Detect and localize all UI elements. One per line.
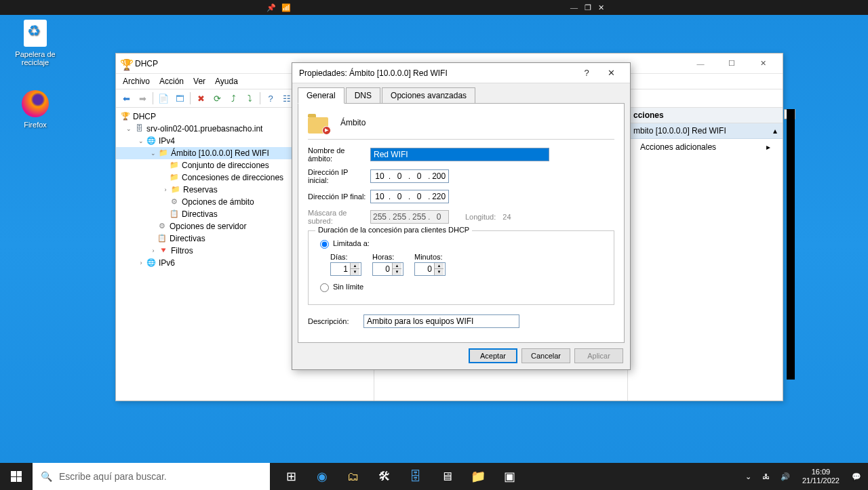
radio-unlimited[interactable]: Sin límite: [317, 281, 606, 292]
taskbar: 🔍 Escribe aquí para buscar. ⊞ ◉ 🗂 🛠 🗄 🖥 …: [0, 463, 868, 490]
dhcp-minimize-button[interactable]: —: [685, 54, 716, 73]
task-view-button[interactable]: ⊞: [275, 463, 307, 490]
vm-titlebar: 📌 📶 — ❐ ✕: [0, 0, 868, 15]
apply-button[interactable]: Aplicar: [574, 348, 623, 363]
description-label: Descripción:: [308, 317, 363, 325]
radio-unlimited-input[interactable]: [320, 283, 329, 292]
scope-heading: Ámbito: [340, 118, 366, 127]
toolbar-back-button[interactable]: ⬅: [119, 91, 134, 106]
search-placeholder: Escribe aquí para buscar.: [59, 471, 167, 482]
start-button[interactable]: [0, 463, 33, 490]
lease-legend: Duración de la concesión para clientes D…: [315, 226, 472, 234]
taskbar-app3-icon[interactable]: 📁: [462, 463, 494, 490]
length-value: 24: [502, 213, 511, 221]
ip-start-input[interactable]: . . .: [370, 169, 449, 183]
subnet-mask-input: . . .: [370, 210, 449, 224]
taskbar-server-manager-icon[interactable]: 🛠: [369, 463, 400, 490]
properties-close-button[interactable]: ✕: [599, 68, 623, 78]
dhcp-close-button[interactable]: ✕: [747, 54, 778, 73]
menu-ver[interactable]: Ver: [193, 77, 205, 86]
taskbar-explorer-icon[interactable]: 🗂: [338, 463, 369, 490]
toolbar-up-button[interactable]: 📄: [156, 91, 171, 106]
actions-scope-header[interactable]: mbito [10.0.0.0] Red WIFI▴: [628, 123, 783, 139]
properties-dialog: Propiedades: Ámbito [10.0.0.0] Red WIFI …: [292, 62, 631, 370]
tab-strip: General DNS Opciones avanzadas: [292, 83, 630, 103]
hours-spinner[interactable]: ▲▼: [372, 262, 403, 276]
days-label: Días:: [330, 253, 361, 261]
vm-restore-button[interactable]: ❐: [585, 3, 591, 12]
dhcp-maximize-button[interactable]: ☐: [716, 54, 747, 73]
chevron-right-icon: ▸: [766, 142, 770, 152]
length-label: Longitud:: [465, 213, 496, 221]
actions-additional[interactable]: Acciones adicionales▸: [628, 139, 783, 155]
mask-label: Máscara de subred:: [308, 209, 370, 225]
tray-clock[interactable]: 16:09 21/11/2022: [798, 468, 844, 485]
firefox-icon[interactable]: Firefox: [9, 89, 61, 129]
days-up-icon[interactable]: ▲: [350, 263, 359, 269]
minutes-spinner[interactable]: ▲▼: [414, 262, 446, 276]
collapse-icon[interactable]: ▴: [773, 126, 777, 136]
hours-label: Horas:: [372, 253, 403, 261]
taskbar-terminal-icon[interactable]: ▣: [494, 463, 525, 490]
help-button[interactable]: ?: [574, 68, 599, 78]
minutes-down-icon[interactable]: ▼: [434, 269, 443, 275]
minutes-up-icon[interactable]: ▲: [434, 263, 443, 269]
days-down-icon[interactable]: ▼: [350, 269, 359, 275]
vm-close-button[interactable]: ✕: [598, 3, 604, 12]
tray-overflow-icon[interactable]: ⌄: [743, 472, 754, 481]
dhcp-app-icon: 🏆: [120, 58, 131, 69]
name-label: Nombre de ámbito:: [308, 146, 370, 163]
signal-icon: 📶: [281, 3, 291, 12]
tray-notifications-icon[interactable]: 💬: [849, 472, 864, 481]
toolbar-export-button[interactable]: ⤴: [226, 91, 241, 106]
toolbar-delete-button[interactable]: ✖: [193, 91, 208, 106]
radio-limited[interactable]: Limitada a:: [317, 238, 606, 249]
firefox-label: Firefox: [9, 121, 61, 129]
ip-start-label: Dirección IP inicial:: [308, 168, 370, 184]
toolbar-forward-button[interactable]: ➡: [135, 91, 150, 106]
actions-header: cciones: [628, 108, 783, 123]
radio-limited-input[interactable]: [320, 240, 329, 249]
properties-titlebar[interactable]: Propiedades: Ámbito [10.0.0.0] Red WIFI …: [292, 63, 630, 83]
ip-end-label: Dirección IP final:: [308, 192, 370, 201]
lease-duration-fieldset: Duración de la concesión para clientes D…: [308, 230, 614, 305]
tab-dns[interactable]: DNS: [346, 87, 380, 104]
toolbar-import-button[interactable]: ⤵: [242, 91, 257, 106]
taskbar-edge-icon[interactable]: ◉: [307, 463, 338, 490]
tab-advanced[interactable]: Opciones avanzadas: [382, 87, 475, 104]
vm-minimize-button[interactable]: —: [570, 3, 578, 12]
tab-content-general: Ámbito Nombre de ámbito: Dirección IP in…: [298, 103, 625, 343]
background-window-edge: [787, 109, 795, 380]
scope-name-input[interactable]: [370, 148, 549, 161]
actions-panel: cciones mbito [10.0.0.0] Red WIFI▴ Accio…: [628, 108, 783, 401]
minutes-label: Minutos:: [414, 253, 446, 261]
toolbar-refresh-button[interactable]: ⟳: [210, 91, 224, 106]
taskbar-app2-icon[interactable]: 🖥: [431, 463, 462, 490]
menu-ayuda[interactable]: Ayuda: [215, 77, 238, 86]
toolbar-help-button[interactable]: ?: [263, 91, 278, 106]
hours-down-icon[interactable]: ▼: [392, 269, 401, 275]
days-spinner[interactable]: ▲▼: [330, 262, 361, 276]
tray-sound-icon[interactable]: 🔊: [778, 472, 793, 481]
description-input[interactable]: [363, 314, 519, 328]
scope-folder-icon: [308, 112, 330, 134]
properties-title: Propiedades: Ámbito [10.0.0.0] Red WIFI: [299, 68, 574, 78]
toolbar-properties-button[interactable]: 🗔: [172, 91, 187, 106]
ip-end-input[interactable]: . . .: [370, 190, 449, 203]
ok-button[interactable]: Aceptar: [469, 348, 517, 363]
taskbar-search[interactable]: 🔍 Escribe aquí para buscar.: [33, 463, 270, 490]
hours-up-icon[interactable]: ▲: [392, 263, 401, 269]
recycle-bin-label: Papelera de reciclaje: [9, 50, 61, 66]
tab-general[interactable]: General: [298, 87, 344, 104]
taskbar-app1-icon[interactable]: 🗄: [400, 463, 431, 490]
pin-icon[interactable]: 📌: [267, 3, 276, 12]
search-icon: 🔍: [41, 471, 52, 482]
menu-archivo[interactable]: Archivo: [123, 77, 150, 86]
recycle-bin-icon[interactable]: Papelera de reciclaje: [9, 19, 61, 66]
cancel-button[interactable]: Cancelar: [521, 348, 570, 363]
menu-accion[interactable]: Acción: [159, 77, 184, 86]
tray-network-icon[interactable]: 🖧: [760, 472, 772, 481]
